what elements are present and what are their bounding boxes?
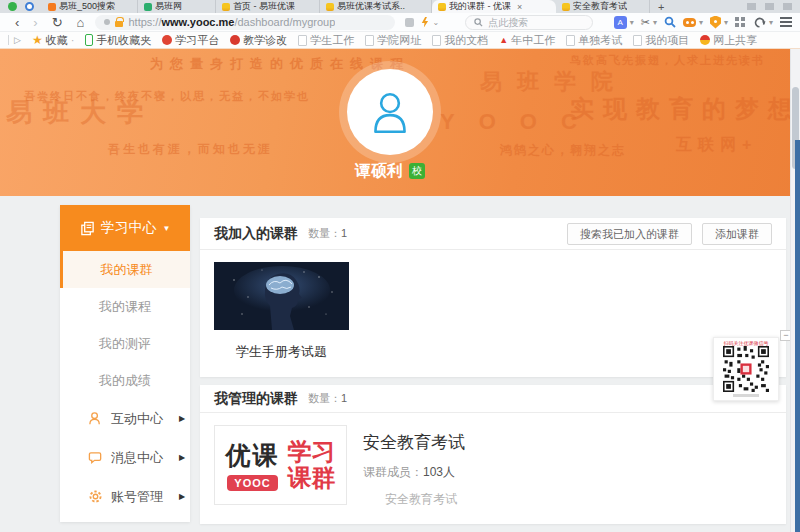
close-tab-icon[interactable]: ×	[517, 2, 522, 12]
user-name: 谭硕利	[355, 162, 403, 179]
back-icon[interactable]: ‹	[8, 14, 26, 31]
banner-watermark: 鸿鹄之心，翱翔之志	[500, 142, 626, 159]
qr-widget[interactable]: 扫码关注优课微信号	[713, 337, 779, 401]
sidebar: 学习中心 ▼ 我的课群 我的课程 我的测评 我的成绩 互动中心 ▶ 消息中心 ▶	[60, 205, 190, 522]
tab-search[interactable]: 易班_500搜索	[42, 0, 138, 13]
find-icon[interactable]	[664, 16, 676, 28]
sidebar-item-interaction-center[interactable]: 互动中心 ▶	[60, 399, 190, 438]
undo-icon[interactable]	[753, 16, 766, 28]
translate-icon[interactable]: A	[614, 16, 627, 29]
url-field[interactable]: https://www.yooc.me/dashboard/mygroup	[95, 15, 395, 30]
tab-label: 首页 - 易班优课	[233, 0, 295, 13]
close-window-icon[interactable]	[783, 3, 792, 10]
tab-exam-system[interactable]: 易班优课考试系..	[320, 0, 432, 13]
chevron-down-icon[interactable]: ▾	[699, 18, 703, 27]
page-icon	[566, 35, 575, 46]
extension-icon[interactable]	[405, 18, 414, 27]
url-text[interactable]: https://www.yooc.me/dashboard/mygroup	[128, 16, 335, 28]
bookmark-teaching[interactable]: 教学诊改	[230, 33, 287, 48]
bookmark-my-docs[interactable]: 我的文档	[432, 33, 488, 48]
sidebar-item-my-courses[interactable]: 我的课程	[60, 288, 190, 325]
minimize-window-icon[interactable]	[747, 3, 756, 10]
tab-mygroup-active[interactable]: 我的课群 - 优课 ×	[432, 0, 556, 13]
tab-yiban[interactable]: 易班网	[138, 0, 216, 13]
browser-logo-icon[interactable]	[8, 2, 17, 11]
sidebar-item-message-center[interactable]: 消息中心 ▶	[60, 438, 190, 477]
bookmark-college-site[interactable]: 学院网址	[365, 33, 421, 48]
bookmark-learn-platform[interactable]: 学习平台	[162, 33, 219, 48]
speed-mode-icon[interactable]	[420, 17, 429, 28]
bookmark-midyear[interactable]: ▲年中工作	[499, 33, 555, 48]
course-card[interactable]: 学生手册考试题	[214, 262, 349, 361]
bookmark-label: 我的项目	[645, 33, 689, 48]
managed-group-info: 安全教育考试 课群成员：103人 安全教育考试	[363, 425, 465, 508]
expand-bookmarks-icon[interactable]: ▷	[8, 35, 21, 45]
course-title[interactable]: 学生手册考试题	[214, 343, 349, 361]
banner-watermark: 互联网+	[676, 135, 757, 156]
bookmark-online-share[interactable]: 网上共享	[700, 33, 757, 48]
search-box[interactable]	[465, 15, 593, 30]
bookmark-label: 单独考试	[578, 33, 622, 48]
tab-safety-exam[interactable]: 安全教育考试	[556, 0, 650, 13]
red-site-icon	[162, 35, 172, 45]
yiban-favicon	[144, 3, 152, 11]
members-label: 课群成员：	[363, 465, 423, 479]
forward-icon[interactable]: ›	[26, 14, 44, 31]
dot-separator: ·	[71, 34, 75, 46]
banner-watermark: 吾生也有涯，而知也无涯	[108, 141, 273, 158]
logo-tagline-line: 学习	[288, 439, 336, 465]
bookmark-label: 学院网址	[377, 33, 421, 48]
page-icon	[298, 35, 307, 46]
sidebar-item-account-settings[interactable]: 账号管理 ▶	[60, 477, 190, 516]
tab-home-yooc[interactable]: 首页 - 易班优课	[216, 0, 320, 13]
sidebar-item-my-groups[interactable]: 我的课群	[60, 251, 190, 288]
screenshot-scissors-icon[interactable]: ✂	[641, 16, 650, 29]
add-group-button[interactable]: 添加课群	[702, 223, 772, 245]
bookmark-my-project[interactable]: 我的项目	[633, 33, 689, 48]
home-icon[interactable]: ⌂	[70, 14, 92, 31]
logo-tagline: 学习 课群	[288, 439, 336, 492]
chevron-right-icon: ▶	[179, 453, 185, 462]
maximize-window-icon[interactable]	[765, 3, 774, 10]
sidebar-item-my-grades[interactable]: 我的成绩	[60, 362, 190, 399]
menu-icon[interactable]	[780, 17, 792, 19]
group-title[interactable]: 安全教育考试	[363, 431, 465, 454]
avatar[interactable]	[347, 69, 433, 155]
managed-groups-header: 我管理的课群 数量：1	[200, 385, 786, 413]
bookmark-student-work[interactable]: 学生工作	[298, 33, 354, 48]
sidebar-item-my-assessments[interactable]: 我的测评	[60, 325, 190, 362]
managed-group-row[interactable]: 优课 YOOC 学习 课群 安全教育考试 课群成员：103人 安全教育考试	[214, 425, 772, 508]
profile-banner: 为您量身打造的优质在线课程 吾尝终日不食，终夜不寝，以思，无益，不如学也 易班大…	[0, 49, 800, 196]
logo-cn-text: 优课	[226, 439, 280, 472]
apps-grid-icon[interactable]	[735, 17, 739, 21]
security-shield-icon[interactable]	[710, 16, 721, 29]
bookmark-label: 我的文档	[444, 33, 488, 48]
chevron-down-icon[interactable]: ▾	[630, 18, 634, 27]
sidebar-learn-center[interactable]: 学习中心 ▼	[60, 205, 190, 251]
new-tab-button[interactable]: +	[650, 0, 672, 13]
chevron-right-icon: ▶	[179, 492, 185, 501]
bookmark-exam[interactable]: 单独考试	[566, 33, 622, 48]
chevron-down-icon[interactable]: ▾	[724, 18, 728, 27]
banner-watermark: 实现教育的梦想	[570, 93, 800, 125]
page-icon	[633, 35, 642, 46]
qr-footnote	[733, 394, 759, 397]
favorites-button[interactable]: ★收藏·	[32, 33, 74, 48]
logo-en-badge: YOOC	[227, 475, 277, 491]
bookmark-phone-folder[interactable]: 手机收藏夹	[85, 33, 151, 48]
game-center-icon[interactable]	[683, 18, 696, 27]
chevron-down-icon[interactable]: ▾	[769, 18, 773, 27]
gear-icon	[88, 489, 103, 504]
main-content: 我加入的课群 数量：1 搜索我已加入的课群 添加课群	[200, 218, 786, 532]
reload-icon[interactable]: ↻	[45, 14, 70, 31]
site-info-icon[interactable]	[104, 19, 110, 25]
download-icon[interactable]	[25, 2, 34, 11]
chevron-down-icon[interactable]: ▾	[653, 18, 657, 27]
tab-label: 我的课群 - 优课	[449, 0, 511, 13]
search-input[interactable]	[488, 17, 570, 28]
chevron-down-icon[interactable]: ⌄	[432, 18, 439, 27]
favorites-label: 收藏	[46, 33, 68, 48]
search-joined-groups-button[interactable]: 搜索我已加入的课群	[567, 223, 692, 245]
logo-tagline-line: 课群	[288, 465, 336, 491]
person-icon	[88, 411, 103, 426]
